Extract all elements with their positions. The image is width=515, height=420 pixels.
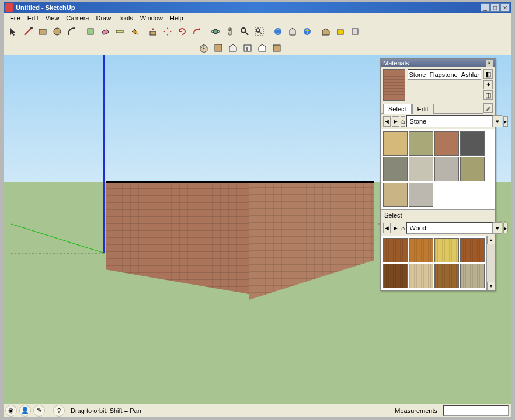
menu-camera[interactable]: Camera	[62, 13, 92, 23]
details-menu-button[interactable]: ▸	[503, 116, 508, 127]
wall-left-face[interactable]	[106, 183, 249, 294]
stone-swatch-1[interactable]	[409, 131, 433, 156]
help-icon[interactable]: ?	[53, 405, 65, 416]
orbit-tool[interactable]	[208, 24, 222, 38]
library-combo-stone[interactable]: ▾	[406, 116, 502, 127]
library-combo-wood[interactable]: ▾	[406, 222, 502, 234]
nav2-back-button[interactable]: ◄	[383, 223, 391, 233]
line-tool[interactable]	[21, 24, 35, 38]
menu-tools[interactable]: Tools	[114, 13, 137, 23]
tab-edit[interactable]: Edit	[412, 104, 434, 114]
wood-swatch-0[interactable]	[383, 238, 408, 262]
stone-swatch-2[interactable]	[434, 131, 459, 156]
zoom-tool[interactable]	[238, 24, 252, 38]
materials-panel-titlebar[interactable]: Materials ✕	[381, 59, 495, 67]
wood-swatch-2[interactable]	[434, 238, 459, 262]
wood-scrollbar[interactable]: ▴ ▾	[486, 236, 495, 290]
warehouse-tool[interactable]	[319, 24, 333, 38]
eraser-tool[interactable]	[98, 24, 112, 38]
geolocation-icon[interactable]: ◉	[5, 405, 17, 416]
measurements-input[interactable]	[443, 405, 509, 416]
upload-model-tool[interactable]	[300, 24, 314, 38]
rotate-tool[interactable]	[175, 24, 189, 38]
model-building[interactable]	[106, 183, 374, 300]
scroll-track[interactable]	[487, 244, 495, 282]
wall-right-face[interactable]	[249, 183, 374, 300]
stone-swatch-6[interactable]	[434, 157, 459, 181]
menu-window[interactable]: Window	[137, 13, 166, 23]
stone-swatch-8[interactable]	[383, 183, 408, 207]
extension-tool[interactable]	[333, 24, 347, 38]
zoom-extents-tool[interactable]	[252, 24, 266, 38]
svg-point-2	[54, 28, 61, 35]
stone-swatch-0[interactable]	[383, 131, 408, 156]
menu-draw[interactable]: Draw	[92, 13, 114, 23]
offset-tool[interactable]	[190, 24, 204, 38]
left-view[interactable]	[270, 41, 284, 55]
svg-rect-7	[150, 32, 156, 35]
wood-swatch-4[interactable]	[383, 264, 408, 288]
display-secondary-pane-button[interactable]: ◧	[483, 69, 493, 79]
get-models-tool[interactable]	[271, 24, 285, 38]
sample-paint-button[interactable]	[483, 103, 493, 113]
stone-swatch-7[interactable]	[460, 157, 485, 181]
tape-measure-tool[interactable]	[113, 24, 127, 38]
menu-view[interactable]: View	[42, 13, 63, 23]
chevron-down-icon[interactable]: ▾	[493, 222, 502, 234]
make-component-tool[interactable]	[83, 24, 98, 38]
stone-swatch-9[interactable]	[409, 183, 433, 207]
circle-tool[interactable]	[50, 24, 64, 38]
push-pull-tool[interactable]	[146, 24, 160, 38]
nav2-forward-button[interactable]: ►	[392, 223, 399, 233]
materials-panel-title: Materials	[383, 60, 409, 66]
minimize-button[interactable]: _	[481, 4, 490, 12]
iso-view[interactable]	[197, 41, 211, 55]
wood-swatch-5[interactable]	[409, 264, 433, 288]
stone-swatch-3[interactable]	[460, 131, 485, 156]
claim-credit-icon[interactable]: ✎	[33, 405, 45, 416]
arc-tool[interactable]	[65, 24, 79, 38]
wood-swatch-3[interactable]	[460, 238, 485, 262]
wood-swatch-7[interactable]	[460, 264, 485, 288]
details2-menu-button[interactable]: ▸	[503, 223, 508, 233]
nav-forward-button[interactable]: ►	[392, 116, 399, 127]
move-tool[interactable]	[161, 24, 175, 38]
nav2-home-button[interactable]: ⌂	[401, 223, 406, 233]
scroll-down-button[interactable]: ▾	[487, 282, 495, 290]
stone-swatch-4[interactable]	[383, 157, 408, 181]
create-material-button[interactable]: ✦	[483, 80, 493, 89]
stone-swatch-5[interactable]	[409, 157, 433, 181]
menu-file[interactable]: File	[6, 13, 24, 23]
library-combo-stone-input[interactable]	[406, 116, 493, 127]
print-tool[interactable]	[348, 24, 362, 38]
nav-home-button[interactable]: ⌂	[401, 116, 406, 127]
share-model-tool[interactable]	[286, 24, 300, 38]
top-view[interactable]	[211, 41, 225, 55]
close-button[interactable]: ✕	[500, 4, 510, 12]
default-material-button[interactable]: ◫	[483, 90, 493, 100]
current-material-name[interactable]: Stone_Flagstone_Ashlar	[408, 69, 481, 80]
paint-bucket-tool[interactable]	[127, 24, 141, 38]
nav-back-button[interactable]: ◄	[383, 116, 391, 127]
materials-panel-close[interactable]: ✕	[486, 60, 493, 66]
library-combo-wood-input[interactable]	[406, 222, 493, 234]
maximize-button[interactable]: □	[490, 4, 500, 12]
credits-icon[interactable]: 👤	[19, 405, 31, 416]
measurements-label: Measurements	[391, 407, 441, 414]
menu-help[interactable]: Help	[166, 13, 187, 23]
scroll-up-button[interactable]: ▴	[487, 236, 495, 244]
select-tool[interactable]	[6, 24, 20, 38]
current-material-preview[interactable]	[383, 69, 405, 101]
pan-tool[interactable]	[223, 24, 237, 38]
right-view[interactable]	[241, 41, 255, 55]
chevron-down-icon[interactable]: ▾	[493, 116, 502, 127]
menu-edit[interactable]: Edit	[24, 13, 42, 23]
wood-swatch-1[interactable]	[409, 238, 433, 262]
front-view[interactable]	[226, 41, 240, 55]
rectangle-tool[interactable]	[36, 24, 50, 38]
wood-swatch-6[interactable]	[434, 264, 459, 288]
toolbar-views	[4, 40, 511, 56]
tab-select[interactable]: Select	[383, 104, 412, 114]
back-view[interactable]	[255, 41, 269, 55]
status-hint: Drag to orbit. Shift = Pan	[71, 407, 391, 414]
